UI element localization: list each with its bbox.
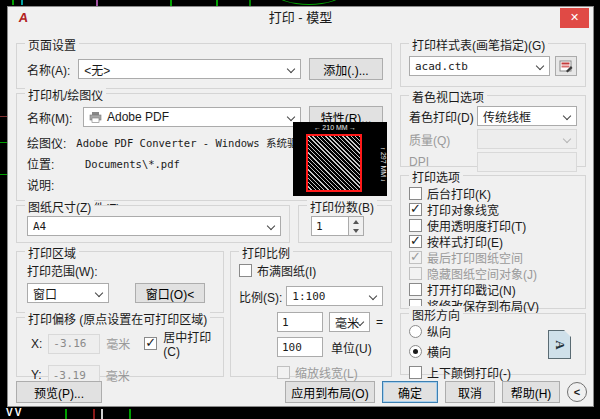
scale-label: 比例(S): <box>239 288 282 305</box>
center-plot-checkbox[interactable] <box>144 337 157 350</box>
plot-option-checkbox <box>409 251 422 264</box>
plot-option-checkbox[interactable] <box>409 187 422 200</box>
plot-option-label: 后台打印(K) <box>427 185 491 202</box>
close-button[interactable]: ✕ <box>560 8 589 28</box>
scale-denominator-input[interactable] <box>277 337 323 357</box>
printer-name-combo[interactable]: Adobe PDF <box>83 107 301 127</box>
plot-option-row: 打印对象线宽 <box>409 202 581 217</box>
preview-button[interactable]: 预览(P)... <box>16 381 102 403</box>
shade-plot-combo[interactable]: 传统线框 <box>477 106 577 126</box>
scale-lineweights-label: 缩放线宽(L) <box>295 364 358 381</box>
scale-lineweights-checkbox <box>277 366 290 379</box>
quality-label: 质量(Q) <box>409 131 473 148</box>
plot-area-title: 打印区域 <box>25 244 79 261</box>
page-setup-title: 页面设置 <box>25 36 79 53</box>
dpi-input <box>477 152 577 172</box>
location-value: Documents\*.pdf <box>85 158 180 170</box>
printer-name-label: 名称(M): <box>27 109 75 126</box>
chevron-down-icon <box>563 135 571 143</box>
help-button[interactable]: 帮助(H) <box>502 381 560 403</box>
edit-plot-style-icon <box>559 60 573 73</box>
canvas-line <box>21 0 23 5</box>
plot-option-checkbox[interactable] <box>409 219 422 232</box>
spinner-up-icon[interactable] <box>349 217 363 226</box>
landscape-radio[interactable] <box>409 345 422 358</box>
window-pick-button[interactable]: 窗口(O)< <box>135 283 205 303</box>
plot-option-row: 按样式打印(E) <box>409 234 581 249</box>
plot-option-label: 按样式打印(E) <box>427 233 503 250</box>
offset-y-label: Y: <box>31 368 42 382</box>
chevron-down-icon <box>369 292 377 300</box>
paper-size-combo[interactable]: A4 <box>27 216 281 236</box>
copies-stepper[interactable] <box>349 216 364 236</box>
plot-range-value: 窗口 <box>33 285 57 302</box>
chevron-down-icon <box>563 112 571 120</box>
orientation-group: 图形方向 纵向 横向 上下颠倒打印(-) A <box>400 313 586 375</box>
plot-option-row: 后台打印(K) <box>409 186 581 201</box>
chevron-down-icon <box>95 289 103 297</box>
spinner-down-icon[interactable] <box>349 226 363 235</box>
page-setup-name-label: 名称(A): <box>27 61 70 78</box>
plot-scale-title: 打印比例 <box>239 244 293 261</box>
page-setup-name-combo[interactable]: <无> <box>78 59 301 79</box>
equals-sign: = <box>376 315 383 329</box>
ok-button[interactable]: 确定 <box>382 381 438 403</box>
copies-input[interactable] <box>311 216 349 236</box>
chevron-down-icon <box>536 62 544 70</box>
scale-unit-combo[interactable]: 毫米 <box>329 312 370 332</box>
add-pagesetup-button[interactable]: 添加(.)... <box>309 58 383 80</box>
collapse-arrow-icon: < <box>574 386 580 398</box>
plot-option-checkbox[interactable] <box>409 283 422 296</box>
plot-range-combo[interactable]: 窗口 <box>27 283 109 303</box>
plot-option-label: 隐藏图纸空间对象(J) <box>427 265 537 282</box>
scale-combo[interactable]: 1:100 <box>286 286 383 306</box>
fit-to-paper-checkbox[interactable] <box>239 264 252 277</box>
edit-plot-style-button[interactable] <box>555 56 577 76</box>
page-setup-name-value: <无> <box>84 61 110 78</box>
plot-style-value: acad.ctb <box>415 60 468 73</box>
footer-buttons: 应用到布局(O) 确定 取消 帮助(H) < <box>285 381 587 403</box>
plot-options-group: 打印选项 后台打印(K)打印对象线宽使用透明度打印(T)按样式打印(E)最后打印… <box>400 175 586 309</box>
collapse-options-button[interactable]: < <box>567 382 587 402</box>
plot-option-checkbox[interactable] <box>409 203 422 216</box>
plot-area-group: 打印区域 打印范围(W): 窗口 窗口(O)< <box>16 251 224 313</box>
landscape-label: 横向 <box>427 343 451 360</box>
dpi-label: DPI <box>409 155 473 169</box>
canvas-line <box>93 409 95 419</box>
plot-style-combo[interactable]: acad.ctb <box>409 56 550 76</box>
plot-offset-title: 打印偏移 (原点设置在可打印区域) <box>25 310 210 327</box>
printer-icon <box>89 112 102 123</box>
close-icon: ✕ <box>570 11 579 23</box>
plot-range-label: 打印范围(W): <box>27 262 215 279</box>
canvas-line <box>12 0 14 5</box>
printer-name-value: Adobe PDF <box>107 110 169 124</box>
chevron-down-icon <box>267 222 275 230</box>
plot-option-label: 打印对象线宽 <box>427 201 499 218</box>
paper-preview-thumbnail: ← 210 MM → ↑ 297 MM ↓ <box>293 122 387 196</box>
portrait-radio[interactable] <box>409 325 422 338</box>
page-setup-group: 页面设置 名称(A): <无> 添加(.)... <box>16 43 392 89</box>
description-label: 说明: <box>27 176 54 193</box>
orientation-title: 图形方向 <box>409 306 463 323</box>
scale-value: 1:100 <box>292 290 325 303</box>
plot-option-label: 最后打印图纸空间 <box>427 249 523 266</box>
plot-option-checkbox <box>409 267 422 280</box>
offset-x-label: X: <box>31 337 42 351</box>
plot-option-label: 打开打印戳记(N) <box>427 281 516 298</box>
upside-down-checkbox[interactable] <box>409 366 422 379</box>
dialog-title: 打印 - 模型 <box>269 10 333 25</box>
plot-offset-group: 打印偏移 (原点设置在可打印区域) X: 毫米 居中打印(C) Y: 毫米 <box>16 317 224 377</box>
printer-group-title: 打印机/绘图仪 <box>25 86 106 103</box>
titlebar[interactable]: A 打印 - 模型 ✕ <box>8 7 593 29</box>
apply-to-layout-button[interactable]: 应用到布局(O) <box>285 381 375 403</box>
plot-style-group: 打印样式表(画笔指定)(G) acad.ctb <box>400 43 586 87</box>
plot-option-label: 使用透明度打印(T) <box>427 217 526 234</box>
shade-plot-label: 着色打印(D) <box>409 108 473 125</box>
canvas-line <box>65 409 67 419</box>
plot-option-checkbox[interactable] <box>409 235 422 248</box>
cancel-button[interactable]: 取消 <box>445 381 495 403</box>
plot-option-row: 使用透明度打印(T) <box>409 218 581 233</box>
scale-unit-input[interactable] <box>277 312 323 332</box>
plot-option-row: 隐藏图纸空间对象(J) <box>409 266 581 281</box>
printer-group: 打印机/绘图仪 名称(M): Adobe PDF 特性(R)... 绘图仪: A… <box>16 93 392 201</box>
